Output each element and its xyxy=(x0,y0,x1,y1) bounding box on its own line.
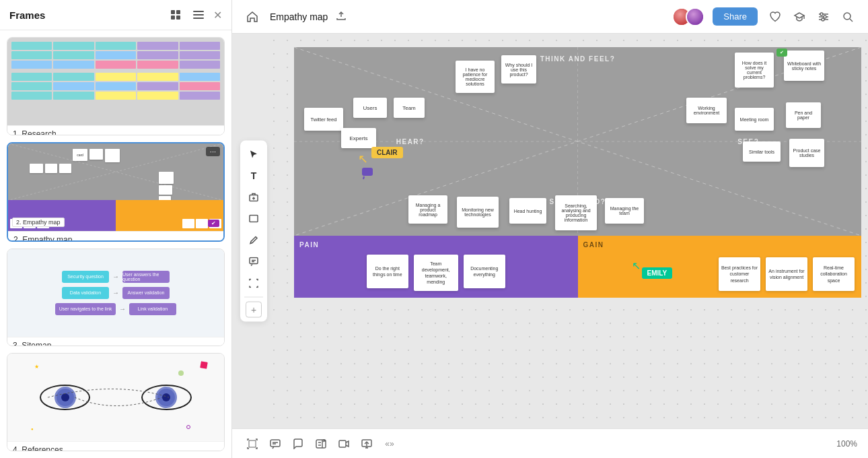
think-feel-label: THINK AND FEEL? xyxy=(540,55,616,63)
gain-card-3: Real-time collaboration space xyxy=(813,257,855,291)
clair-tag: CLAIR xyxy=(371,147,403,158)
frame-item-research[interactable]: 1. Research xyxy=(7,37,225,135)
frame-label-references: 4. References xyxy=(7,441,224,451)
card-headhunting: Head hunting xyxy=(509,198,546,224)
svg-rect-25 xyxy=(249,440,256,447)
share-button[interactable]: Share xyxy=(713,7,758,26)
rectangle-tool[interactable] xyxy=(244,209,263,228)
link-tool[interactable] xyxy=(312,434,330,453)
pain-card-1: Do the right things on time xyxy=(367,255,408,288)
card-case-studies: Product case studies xyxy=(789,139,824,167)
svg-rect-26 xyxy=(270,440,280,447)
comment-tool[interactable] xyxy=(244,253,263,271)
pencil-tool[interactable] xyxy=(244,231,263,250)
svg-point-16 xyxy=(844,13,851,20)
frame-thumb-research xyxy=(7,38,224,125)
card-patience: I have no patience for mediocre solution… xyxy=(456,61,495,93)
gain-label: GAIN xyxy=(583,241,857,249)
svg-rect-0 xyxy=(171,10,175,14)
frames-panel: Frames ✕ xyxy=(0,0,232,458)
card-working-env: Working environment xyxy=(686,98,727,123)
card-monitoring: Monitoring new technologies xyxy=(457,197,499,228)
emily-arrow: ↖ xyxy=(632,259,641,272)
card-team: Team xyxy=(394,98,425,118)
svg-rect-2 xyxy=(171,15,175,20)
svg-rect-3 xyxy=(176,15,180,20)
svg-rect-24 xyxy=(362,168,373,176)
crop-tool[interactable] xyxy=(243,434,262,453)
frame-item-empathy[interactable]: card xyxy=(7,142,225,242)
card-users: Users xyxy=(353,98,387,118)
card-pen-paper: Pen and paper xyxy=(786,102,821,128)
frame-item-sitemap[interactable]: Security question → User answers the que… xyxy=(7,249,225,347)
hear-label: HEAR? xyxy=(396,138,425,145)
empathy-board-wrapper: THINK AND FEEL? HEAR? SEE? SAY AND DO? ↖… xyxy=(294,47,861,415)
top-bar-right: Share xyxy=(672,7,857,26)
top-bar: Empathy map xyxy=(232,0,868,34)
emily-tag: EMILY xyxy=(642,267,673,279)
pain-cards-row: Do the right things on time Team develop… xyxy=(367,255,505,291)
comment-chat-tool[interactable] xyxy=(266,434,285,453)
settings-icon[interactable] xyxy=(814,7,833,26)
panel-title: Frames xyxy=(9,9,45,21)
graduation-icon[interactable] xyxy=(790,7,809,26)
collapse-tool[interactable]: «» xyxy=(380,434,399,453)
grid-view-icon[interactable] xyxy=(168,7,184,23)
card-product-roadmap: Managing a product roadmap xyxy=(408,195,447,224)
main-area: Empathy map xyxy=(232,0,868,458)
cursor-tool[interactable] xyxy=(244,145,263,164)
upload-tool[interactable] xyxy=(244,188,263,207)
canvas: THINK AND FEEL? HEAR? SEE? SAY AND DO? ↖… xyxy=(267,34,868,428)
close-panel-button[interactable]: ✕ xyxy=(213,9,222,22)
frame-thumb-references: ★ ● xyxy=(7,354,224,441)
gain-cards-row: Best practices for customer research An … xyxy=(719,257,855,291)
search-icon[interactable] xyxy=(838,7,857,26)
frame-label-research: 1. Research xyxy=(7,125,224,135)
card-managing-team: Managing the team xyxy=(605,198,644,224)
pain-label: PAIN xyxy=(299,241,573,249)
svg-rect-1 xyxy=(176,10,180,14)
toolbar-icons xyxy=(766,7,857,26)
menu-icon[interactable] xyxy=(190,7,207,23)
svg-rect-4 xyxy=(193,11,204,12)
bottom-toolbar: «» 100% xyxy=(232,428,868,458)
card-how: How does it solve my current problems? xyxy=(735,53,774,88)
frame-label-empathy: 2. Empathy map xyxy=(8,231,223,242)
panel-header-icons: ✕ xyxy=(168,7,222,23)
upload-icon[interactable] xyxy=(336,10,347,24)
avatar-user2 xyxy=(686,7,704,26)
card-similar-tools: Similar tools xyxy=(743,141,781,162)
whiteboard-card: Whiteboard with sticky notes xyxy=(784,51,824,81)
speech-bubble-tool[interactable] xyxy=(289,434,308,453)
video-tool[interactable] xyxy=(334,434,353,453)
svg-rect-28 xyxy=(339,440,346,447)
svg-point-15 xyxy=(822,18,824,21)
canvas-wrapper: T xyxy=(232,34,868,428)
card-searching: Searching, analysing and producing infor… xyxy=(555,195,597,230)
card-meeting-room: Meeting room xyxy=(735,108,774,131)
card-why: Why should I use this product? xyxy=(501,55,536,84)
add-tool[interactable]: + xyxy=(246,302,262,318)
card-twitter: Twitter feed xyxy=(304,108,343,131)
text-tool[interactable]: T xyxy=(244,166,263,185)
frame-label-sitemap: 3. Sitemap xyxy=(7,337,224,347)
svg-rect-5 xyxy=(193,14,204,15)
gain-section: GAIN ↖ EMILY Best practices for customer… xyxy=(578,236,862,298)
svg-rect-6 xyxy=(193,18,204,19)
frame-item-references[interactable]: ★ ● 4. References xyxy=(7,353,225,451)
top-bar-left: Empathy map xyxy=(243,7,347,26)
bookmark-icon[interactable] xyxy=(766,7,785,26)
gain-card-1: Best practices for customer research xyxy=(719,257,760,291)
svg-point-13 xyxy=(820,13,823,15)
frame-thumb-empathy: card xyxy=(8,143,223,231)
panel-header: Frames ✕ xyxy=(0,0,231,30)
screen-share-tool[interactable] xyxy=(357,434,376,453)
pain-card-2: Team development, teamwork, mending xyxy=(414,255,458,291)
frame-tool[interactable] xyxy=(244,274,263,293)
home-icon[interactable] xyxy=(243,7,262,26)
green-sticky: ✔ xyxy=(776,48,787,57)
bottom-tools-left: «» xyxy=(243,434,399,453)
zoom-level: 100% xyxy=(836,439,857,449)
svg-point-14 xyxy=(824,15,826,18)
frame-thumb-sitemap: Security question → User answers the que… xyxy=(7,249,224,337)
